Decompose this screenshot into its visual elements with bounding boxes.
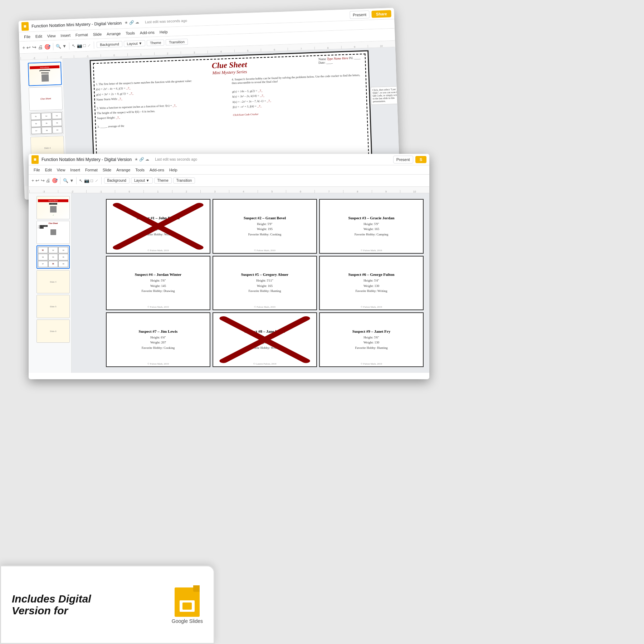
google-slides-logo-container [175,585,200,617]
bottom-slides-window: ▦ Function Notation Mini Mystery - Digit… [29,154,429,379]
bottom-slide-thumb-6[interactable]: Slide 6 [36,319,70,343]
suspect-2-copyright: © Fulton Math, 2019 [254,249,275,252]
qr-hint-text: Click, then select "Last Slide", or you … [372,88,399,103]
menu-slide[interactable]: Slide [91,31,104,37]
bottom-menu-arrange[interactable]: Arrange [114,167,132,173]
bottom-menu-file[interactable]: File [31,167,42,173]
bottom-share-button[interactable]: S [415,156,426,163]
bottom-window-title: Function Notation Mini Mystery - Digital… [42,157,132,162]
suspect-2-details: Height: 5'9"Weight: 195Favorite Hobby: C… [248,221,282,237]
bottom-background-btn[interactable]: Background [104,177,130,184]
gs-slide-rect [182,602,192,610]
bottom-theme-btn[interactable]: Theme [154,177,172,184]
top-slide-thumb-3[interactable]: S1S2S3 S4S5S6 S7S8S9 [30,111,64,135]
clue-col-left: 1. The first letter of the suspect's nam… [96,78,230,130]
bottom-toolbar: + ↩ ↪ 🖨 🎯 🔍 ▼ ↖ 📷 □ ⟋ Background Layout … [29,175,429,187]
gs-inner-icon [180,600,195,612]
bottom-main-canvas: ✕ ✓ Suspect #1 – John Dorian Height: 6'4… [72,193,429,373]
top-present-button[interactable]: Present [350,10,370,19]
menu-arrange[interactable]: Arrange [104,30,123,37]
bottom-slides-logo: ▦ [31,155,39,164]
suspect-card-2: Suspect #2 – Grant Bevel Height: 5'9"Wei… [213,199,317,254]
google-slides-name-label: Google Slides [172,618,203,624]
suspect-6-name: Suspect #6 – George Fulton [348,272,395,277]
clue-q3-label: 3. _____ average of the [97,121,230,129]
top-theme-btn[interactable]: Theme [147,39,165,46]
bottom-menu-insert[interactable]: Insert [68,167,82,173]
suspects-grid: Suspect #1 – John Dorian Height: 6'4"Wei… [103,196,426,370]
bottom-banner: Includes DigitalVersion for Google Slide… [0,565,215,644]
banner-text: Includes DigitalVersion for [12,593,165,616]
bottom-transition-btn[interactable]: Transition [173,177,195,184]
menu-file[interactable]: File [22,34,33,40]
suspect-card-1: Suspect #1 – John Dorian Height: 6'4"Wei… [106,199,210,254]
menu-edit[interactable]: Edit [33,33,45,39]
menu-view[interactable]: View [45,33,58,39]
top-slide-thumb-1[interactable]: Instructions ◼◼◼◼◼◼◼◼◼◼ ◼◼◼◼◼◼◼ [28,62,62,86]
bottom-slide-thumb-1[interactable]: Instructions ████████ ✓ [36,196,70,219]
suspect-7-details: Height: 6'4"Weight: 207Favorite Hobby: C… [142,335,175,350]
bottom-slides-panel: 1 Instructions ████████ ✓ 2 Clue Sheet 1… [29,193,72,373]
suspect-7-copyright: © Fulton Math, 2019 [147,362,169,365]
top-slide-thumb-2[interactable]: Clue Sheet [29,86,63,111]
bottom-autosave: Last edit was seconds ago [155,157,197,161]
suspect-card-4: Suspect #4 – Jordan Winter Height: 5'6"W… [106,256,210,311]
menu-insert[interactable]: Insert [58,32,73,38]
qr-hint: Click, then select "Last Slide", or you … [371,86,400,105]
menu-help[interactable]: Help [157,29,170,35]
top-share-button[interactable]: Share [372,10,391,18]
bottom-ruler: -3-2-1 012 345 678 910 [29,187,429,193]
suspect-4-details: Height: 5'6"Weight: 145Favorite Hobby: D… [142,278,175,293]
bottom-menu-slide[interactable]: Slide [101,167,113,173]
suspect-card-8: Suspect #8 – Jane Lyons Height: 5'4"Weig… [213,312,317,367]
top-autosave: Last edit was seconds ago [145,19,187,24]
bottom-menu-view[interactable]: View [55,167,68,173]
suspect-3-copyright: © Fulton Math, 2019 [361,249,382,252]
top-layout-btn[interactable]: Layout ▼ [123,40,145,47]
bottom-titlebar: ▦ Function Notation Mini Mystery - Digit… [29,154,429,165]
bottom-slide-thumb-2[interactable]: Clue Sheet 1. ████████ 2. ████ [36,221,70,244]
suspect-card-3: Suspect #3 – Gracie Jordan Height: 5'9"W… [319,199,424,254]
suspect-1-x [107,200,210,253]
suspect-4-copyright: © Fulton Math, 2019 [147,306,169,308]
suspect-6-details: Height: 5'4"Weight: 130Favorite Hobby: W… [356,278,387,293]
bottom-menu-format[interactable]: Format [83,167,100,173]
bottom-menu-help[interactable]: Help [167,167,180,173]
click-scan-label: Click/Scan Code Cracker [233,109,365,117]
suspect-card-5: Suspect #5 – Gregory Abner Height: 5'11"… [213,256,317,311]
google-slides-label: Google Slides [172,585,203,624]
top-transition-btn[interactable]: Transition [166,39,188,45]
bottom-menu-tools[interactable]: Tools [133,167,147,173]
suspect-9-name: Suspect #9 – Janet Fry [352,329,390,333]
top-window-title: Function Notation Mini Mystery - Digital… [31,20,122,29]
suspect-5-details: Height: 5'11"Weight: 165Favorite Hobby: … [249,278,281,293]
suspect-3-name: Suspect #3 – Gracie Jordan [348,216,395,220]
clue-col-right: 4. Suspect's favorite hobby can be found… [232,73,366,126]
name-area: Name Type Name Here Pd. ____ Date: ____ [318,56,361,64]
suspect-6-copyright: © Fulton Math, 2019 [361,306,382,308]
banner-line1: Includes DigitalVersion for [12,593,165,616]
top-slides-logo: ▦ [21,22,29,31]
suspect-card-6: Suspect #6 – George Fulton Height: 5'4"W… [319,256,424,311]
bottom-layout-btn[interactable]: Layout ▼ [131,177,153,184]
clue-q4: 4. Suspect's favorite hobby can be found… [232,73,364,86]
suspect-2-name: Suspect #2 – Grant Bevel [244,216,286,220]
bottom-menu-edit[interactable]: Edit [43,167,54,173]
bottom-slide-thumb-4[interactable]: Slide 4 [36,270,70,293]
suspect-3-details: Height: 5'9"Weight: 165Favorite Hobby: C… [355,221,389,237]
name-value: Type Name Here [327,56,348,60]
bottom-content-area: 1 Instructions ████████ ✓ 2 Clue Sheet 1… [29,193,429,373]
bottom-slide-thumb-3[interactable]: S1✕ S2S3 S4S5S6 S7 S8✕ S9 [36,245,70,269]
bottom-slide-thumb-5[interactable]: Slide 5 [36,295,70,318]
suspect-5-name: Suspect #5 – Gregory Abner [241,272,288,277]
menu-addons[interactable]: Add-ons [138,29,157,36]
bottom-present-button[interactable]: Present [393,156,413,164]
menu-tools[interactable]: Tools [123,30,137,36]
menu-format[interactable]: Format [73,31,90,38]
bottom-menu-addons[interactable]: Add-ons [147,167,166,173]
top-background-btn[interactable]: Background [97,41,122,48]
suspect-5-copyright: © Fulton Math, 2019 [254,306,275,308]
gs-page-corner-fold [193,585,200,592]
suspect-card-7: Suspect #7 – Jim Lewis Height: 6'4"Weigh… [106,312,210,367]
suspect-9-details: Height: 5'6"Weight: 130Favorite Hobby: H… [355,335,388,350]
